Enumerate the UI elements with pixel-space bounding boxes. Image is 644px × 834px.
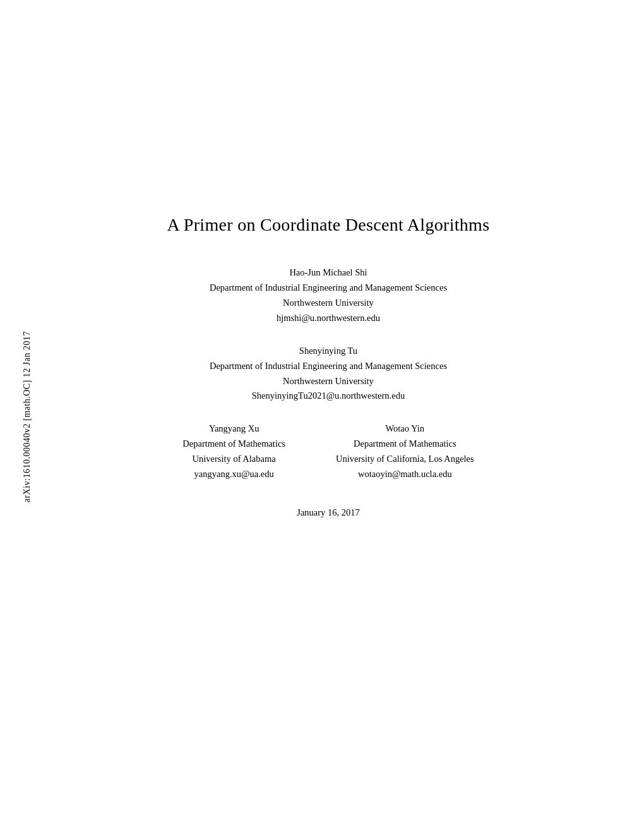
authors-row: Yangyang Xu Department of Mathematics Un… <box>182 421 474 482</box>
paper-title: A Primer on Coordinate Descent Algorithm… <box>167 215 490 235</box>
authors-section: Hao-Jun Michael Shi Department of Indust… <box>51 265 606 482</box>
author-block-1: Hao-Jun Michael Shi Department of Indust… <box>210 265 447 326</box>
author-dept-4: Department of Mathematics <box>336 437 474 452</box>
author-name-2: Shenyinying Tu <box>210 344 447 359</box>
author-email-2: ShenyinyingTu2021@u.northwestern.edu <box>210 389 447 404</box>
arxiv-label: arXiv:1610.00040v2 [math.OC] 12 Jan 2017 <box>22 331 32 502</box>
author-univ-2: Northwestern University <box>210 374 447 389</box>
author-name-1: Hao-Jun Michael Shi <box>210 265 447 281</box>
main-content: A Primer on Coordinate Descent Algorithm… <box>51 0 606 834</box>
author-block-4: Wotao Yin Department of Mathematics Univ… <box>336 421 474 482</box>
author-email-4: wotaoyin@math.ucla.edu <box>336 467 474 482</box>
author-email-1: hjmshi@u.northwestern.edu <box>210 311 447 326</box>
arxiv-sidebar: arXiv:1610.00040v2 [math.OC] 12 Jan 2017 <box>18 0 37 834</box>
author-block-3: Yangyang Xu Department of Mathematics Un… <box>182 421 285 482</box>
author-name-3: Yangyang Xu <box>182 421 285 437</box>
author-email-3: yangyang.xu@ua.edu <box>182 467 285 482</box>
author-dept-3: Department of Mathematics <box>182 437 285 452</box>
author-univ-1: Northwestern University <box>210 296 447 311</box>
author-univ-4: University of California, Los Angeles <box>336 452 474 467</box>
author-name-4: Wotao Yin <box>336 421 474 437</box>
author-univ-3: University of Alabama <box>182 452 285 467</box>
author-dept-2: Department of Industrial Engineering and… <box>210 359 447 374</box>
author-dept-1: Department of Industrial Engineering and… <box>210 281 447 296</box>
date-section: January 16, 2017 <box>297 507 359 518</box>
author-block-2: Shenyinying Tu Department of Industrial … <box>210 344 447 404</box>
